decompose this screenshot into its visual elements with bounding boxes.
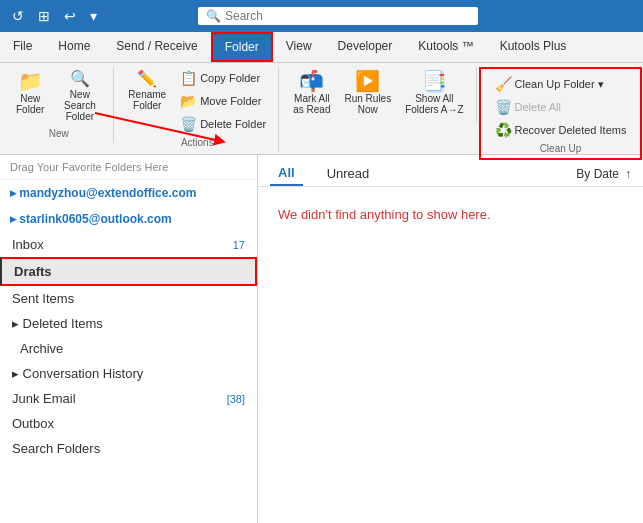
titlebar: ↺ ⊞ ↩ ▾ 🔍: [0, 0, 643, 32]
show-all-icon: 📑: [422, 71, 447, 91]
mark-read-icon: 📬: [299, 71, 324, 91]
mark-all-read-button[interactable]: 📬 Mark Allas Read: [287, 67, 336, 119]
rename-icon: ✏️: [137, 71, 157, 87]
delete-all-icon: 🗑️: [495, 99, 512, 115]
inbox-badge: 17: [233, 239, 245, 251]
empty-message: We didn't find anything to show here.: [258, 187, 643, 242]
new-folder-icon: 📁: [18, 71, 43, 91]
menu-send-receive[interactable]: Send / Receive: [103, 32, 210, 62]
conversation-history-folder[interactable]: ▸ Conversation History: [0, 361, 257, 386]
sidebar: Drag Your Favorite Folders Here ▸ mandyz…: [0, 155, 258, 523]
move-folder-icon: 📂: [180, 93, 197, 109]
delete-folder-button[interactable]: 🗑️ Delete Folder: [174, 113, 272, 135]
search-icon: 🔍: [206, 9, 221, 23]
menu-developer[interactable]: Developer: [325, 32, 406, 62]
delete-all-button[interactable]: 🗑️ Delete All: [489, 96, 633, 118]
menu-kutools-plus[interactable]: Kutools Plus: [487, 32, 580, 62]
refresh-icon[interactable]: ↺: [8, 6, 28, 26]
undo-icon[interactable]: ↩: [60, 6, 80, 26]
show-all-folders-button[interactable]: 📑 Show AllFolders A→Z: [399, 67, 469, 119]
copy-folder-icon: 📋: [180, 70, 197, 86]
inbox-folder[interactable]: Inbox 17: [0, 232, 257, 257]
cleanup-folder-button[interactable]: 🧹 Clean Up Folder ▾: [489, 73, 633, 95]
email-pane: All Unread By Date ↑ We didn't find anyt…: [258, 155, 643, 523]
cleanup-group-label: Clean Up: [540, 143, 582, 154]
main-content: Drag Your Favorite Folders Here ▸ mandyz…: [0, 155, 643, 523]
grid-icon[interactable]: ⊞: [34, 6, 54, 26]
ribbon: 📁 NewFolder 🔍 New Search Folder New ✏️ R…: [0, 63, 643, 155]
tab-all[interactable]: All: [270, 161, 303, 186]
deleted-items-folder[interactable]: ▸ Deleted Items: [0, 311, 257, 336]
delete-folder-icon: 🗑️: [180, 116, 197, 132]
archive-folder[interactable]: Archive: [0, 336, 257, 361]
drag-hint: Drag Your Favorite Folders Here: [0, 155, 257, 180]
menu-bar: File Home Send / Receive Folder View Dev…: [0, 32, 643, 63]
new-group-label: New: [49, 128, 69, 139]
sent-items-folder[interactable]: Sent Items: [0, 286, 257, 311]
new-search-folder-icon: 🔍: [70, 71, 90, 87]
search-bar[interactable]: 🔍: [198, 7, 478, 25]
menu-home[interactable]: Home: [45, 32, 103, 62]
rename-folder-button[interactable]: ✏️ RenameFolder: [122, 67, 172, 115]
ribbon-mark-row: 📬 Mark Allas Read ▶️ Run RulesNow 📑 Show…: [287, 67, 469, 119]
cleanup-folder-icon: 🧹: [495, 76, 512, 92]
drafts-folder[interactable]: Drafts: [0, 257, 257, 286]
actions-group-label: Actions: [181, 137, 214, 148]
ribbon-group-actions: ✏️ RenameFolder 📋 Copy Folder 📂 Move Fol…: [116, 67, 279, 152]
ribbon-actions-row: ✏️ RenameFolder 📋 Copy Folder 📂 Move Fol…: [122, 67, 272, 135]
account-mandyzhou[interactable]: ▸ mandyzhou@extendoffice.com: [0, 180, 257, 206]
sort-direction-icon[interactable]: ↑: [625, 167, 631, 181]
tab-unread[interactable]: Unread: [319, 162, 378, 185]
move-folder-button[interactable]: 📂 Move Folder: [174, 90, 272, 112]
recover-deleted-button[interactable]: ♻️ Recover Deleted Items: [489, 119, 633, 141]
app-wrapper: ↺ ⊞ ↩ ▾ 🔍 File Home Send / Receive Folde…: [0, 0, 643, 523]
ribbon-group-new: 📁 NewFolder 🔍 New Search Folder New: [4, 67, 114, 143]
titlebar-icons: ↺ ⊞ ↩ ▾: [8, 6, 101, 26]
menu-file[interactable]: File: [0, 32, 45, 62]
menu-kutools[interactable]: Kutools ™: [405, 32, 486, 62]
menu-folder[interactable]: Folder: [211, 32, 273, 62]
new-search-folder-button[interactable]: 🔍 New Search Folder: [52, 67, 107, 126]
recover-deleted-icon: ♻️: [495, 122, 512, 138]
dropdown-icon[interactable]: ▾: [86, 6, 101, 26]
outbox-folder[interactable]: Outbox: [0, 411, 257, 436]
sort-options[interactable]: By Date ↑: [576, 167, 631, 181]
copy-folder-button[interactable]: 📋 Copy Folder: [174, 67, 272, 89]
search-input[interactable]: [225, 9, 470, 23]
new-folder-button[interactable]: 📁 NewFolder: [10, 67, 50, 119]
ribbon-new-row: 📁 NewFolder 🔍 New Search Folder: [10, 67, 107, 126]
search-folders-folder[interactable]: Search Folders: [0, 436, 257, 461]
ribbon-group-mark: 📬 Mark Allas Read ▶️ Run RulesNow 📑 Show…: [281, 67, 476, 123]
ribbon-group-cleanup: 🧹 Clean Up Folder ▾ 🗑️ Delete All ♻️ Rec…: [479, 67, 643, 160]
cleanup-buttons: 🧹 Clean Up Folder ▾ 🗑️ Delete All ♻️ Rec…: [489, 73, 633, 141]
junk-email-folder[interactable]: Junk Email [38]: [0, 386, 257, 411]
menu-view[interactable]: View: [273, 32, 325, 62]
account-starlink[interactable]: ▸ starlink0605@outlook.com: [0, 206, 257, 232]
run-rules-icon: ▶️: [355, 71, 380, 91]
run-rules-button[interactable]: ▶️ Run RulesNow: [338, 67, 397, 119]
actions-small-buttons: 📋 Copy Folder 📂 Move Folder 🗑️ Delete Fo…: [174, 67, 272, 135]
junk-badge: [38]: [227, 393, 245, 405]
